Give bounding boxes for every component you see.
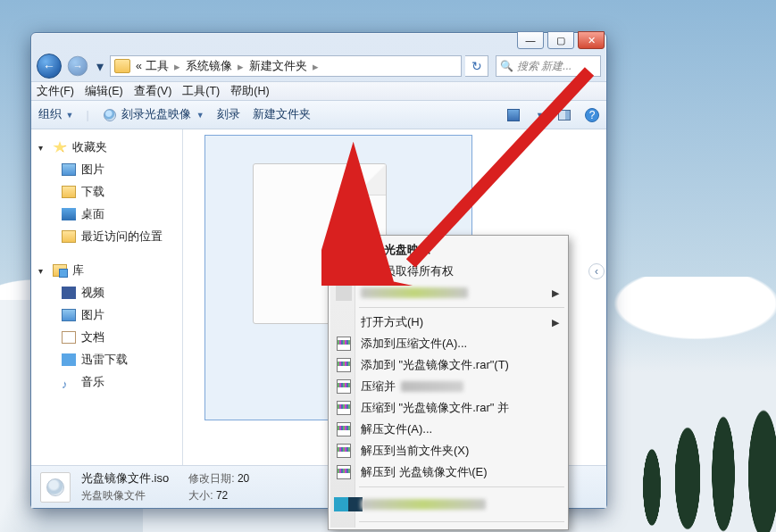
nav-downloads[interactable]: 下载 [35,180,179,203]
nav-music[interactable]: ♪ 音乐 [35,370,179,393]
nav-history-dropdown[interactable]: ▾ [94,56,106,76]
minimize-button[interactable]: — [517,31,544,49]
chevron-down-icon[interactable]: ▼ [536,111,544,120]
menu-tools[interactable]: 工具(T) [182,84,220,99]
redacted-label [361,287,468,298]
rar-icon [337,444,351,458]
chevron-right-icon: ▶ [552,287,559,299]
burn-image-button[interactable]: 刻录光盘映像 ▼ [102,107,204,123]
collapse-icon: ▾ [38,266,47,276]
burn-button[interactable]: 刻录 [217,107,240,122]
help-icon: ? [589,109,596,121]
forward-button[interactable]: → [68,56,88,76]
rar-icon [337,379,351,394]
ctx-redacted-1[interactable]: ▶ [330,282,566,303]
rar-icon [337,465,351,479]
pictures-icon [62,163,76,176]
pictures-icon [62,309,76,321]
nav-pictures-lib[interactable]: 图片 [35,303,179,326]
menu-view[interactable]: 查看(V) [134,84,172,99]
breadcrumb[interactable]: « 工具 ▸ 系统镜像 ▸ 新建文件夹 ▸ [110,55,462,77]
new-folder-button[interactable]: 新建文件夹 [253,107,311,122]
ctx-extract-to[interactable]: 解压到 光盘镜像文件\(E) [330,461,566,483]
search-input[interactable]: 🔍 搜索 新建... [496,55,601,77]
expand-preview-button[interactable]: ‹ [588,263,605,279]
chevron-right-icon[interactable]: ▸ [169,60,186,73]
nav-recent[interactable]: 最近访问的位置 [35,225,179,247]
menu-edit[interactable]: 编辑(E) [85,84,123,99]
ctx-open-with[interactable]: 打开方式(H) ▶ [330,312,566,333]
crumb-2[interactable]: 系统镜像 [186,59,232,74]
menu-help[interactable]: 帮助(H) [230,84,269,99]
details-filename: 光盘镜像文件.iso [81,470,169,486]
nav-documents[interactable]: 文档 [35,326,179,348]
separator [359,486,564,487]
titlebar[interactable]: — ▢ ✕ [31,33,606,51]
crumb-3[interactable]: 新建文件夹 [249,59,307,74]
app-icon [336,285,352,301]
desktop-bg-trees [625,353,776,532]
redacted-label [361,499,486,510]
nav-favorites-header[interactable]: ▾ 收藏夹 [35,137,179,158]
desktop-icon [62,208,76,220]
nav-desktop[interactable]: 桌面 [35,203,179,225]
back-button[interactable]: ← [37,54,62,79]
library-icon [53,264,67,277]
collapse-icon: ▾ [38,143,47,153]
chevron-right-icon[interactable]: ▸ [307,60,324,73]
ctx-extract-here[interactable]: 解压到当前文件夹(X) [330,440,566,461]
ctx-compress-to-rar[interactable]: 压缩到 "光盘镜像文件.rar" 并 [330,397,566,419]
organize-button[interactable]: 组织 ▼ [38,107,73,122]
rar-icon [337,422,351,436]
nav-videos[interactable]: 视频 [35,281,179,303]
toolbar: 组织 ▼ | 刻录光盘映像 ▼ 刻录 新建文件夹 ▼ ? [31,101,606,129]
details-size-label: 大小: [188,489,213,502]
ctx-redacted-2[interactable] [330,491,566,518]
nav-thunder[interactable]: 迅雷下载 [35,348,179,370]
nav-pictures[interactable]: 图片 [35,158,179,180]
redacted-label [401,381,463,392]
separator [359,307,564,308]
chevron-right-icon: ▶ [552,317,559,328]
details-filetype: 光盘映像文件 [81,488,169,503]
crumb-1[interactable]: 工具 [146,59,169,74]
search-placeholder: 搜索 新建... [517,59,572,74]
separator [359,521,564,522]
view-mode-button[interactable] [505,107,522,123]
details-mod-label: 修改日期: [188,472,234,485]
refresh-icon: ↻ [471,59,482,73]
refresh-button[interactable]: ↻ [465,55,488,77]
menu-file[interactable]: 文件(F) [37,84,74,99]
maximize-button[interactable]: ▢ [547,31,574,49]
crumb-prefix: « [136,60,142,72]
details-thumbnail [40,472,71,503]
ctx-admin-own[interactable]: 管理员取得所有权 [330,261,566,282]
ctx-extract[interactable]: 解压文件(A)... [330,419,566,440]
disc-icon [104,109,116,121]
ctx-compress-and[interactable]: 压缩并 [330,376,566,397]
close-button[interactable]: ✕ [578,31,605,49]
preview-pane-button[interactable] [556,107,572,123]
nav-libraries-header[interactable]: ▾ 库 [35,260,179,281]
video-icon [62,287,76,299]
star-icon [53,141,67,154]
chevron-right-icon[interactable]: ▸ [232,60,249,73]
search-icon: 🔍 [500,60,513,72]
downloads-icon [62,186,76,198]
document-icon [62,331,76,344]
chevron-left-icon: ‹ [595,265,598,278]
ctx-add-to-rar[interactable]: 添加到 "光盘镜像文件.rar"(T) [330,354,566,376]
recent-icon [62,230,76,243]
ctx-burn-image[interactable]: 刻录光盘映像 [330,239,566,261]
pane-icon [558,110,571,121]
explorer-window: — ▢ ✕ ← → ▾ « 工具 ▸ 系统镜像 ▸ 新建文件夹 ▸ ↻ 🔍 搜 [30,32,607,509]
help-button[interactable]: ? [585,108,599,122]
music-icon: ♪ [62,376,76,388]
ctx-add-archive[interactable]: 添加到压缩文件(A)... [330,333,566,354]
context-menu: 刻录光盘映像 管理员取得所有权 ▶ 打开方式(H) ▶ 添加到压缩文件(A)..… [328,235,569,530]
details-mod-value: 20 [238,472,249,485]
arrow-left-icon: ← [43,59,55,73]
menubar: 文件(F) 编辑(E) 查看(V) 工具(T) 帮助(H) [31,81,606,101]
view-icon [507,109,520,121]
rar-icon [337,337,351,351]
